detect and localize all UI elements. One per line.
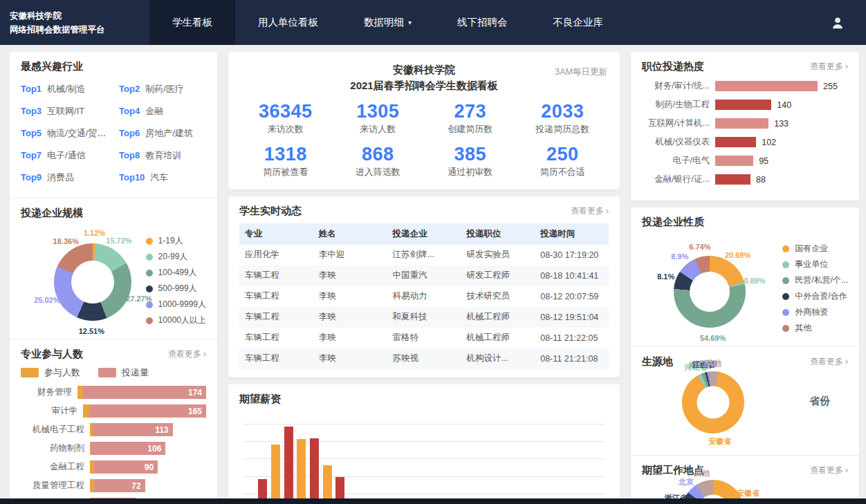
stat-label: 来访次数 xyxy=(239,123,332,136)
legend-item[interactable]: 1000-9999人 xyxy=(146,299,206,310)
tab-用人单位看板[interactable]: 用人单位看板 xyxy=(235,0,341,45)
major-participation-more-link[interactable]: 查看更多› xyxy=(168,348,206,360)
work-place-more-link[interactable]: 查看更多› xyxy=(810,465,848,476)
salary-histogram[interactable] xyxy=(243,424,605,504)
table-row[interactable]: 车辆工程李映中国重汽研发工程师08-18 10:41:41 xyxy=(239,265,609,286)
table-cell: 08-30 17:19:20 xyxy=(535,245,609,265)
table-cell: 李映 xyxy=(313,307,387,328)
major-participation-title: 专业参与人数 xyxy=(21,348,83,361)
legend-item[interactable]: 中外合资/合作 xyxy=(782,290,848,302)
tab-数据明细[interactable]: 数据明细▾ xyxy=(341,0,434,45)
legend-item[interactable]: 1-19人 xyxy=(146,235,206,247)
heat-bar-row[interactable]: 财务/审计/统...255 xyxy=(642,80,848,92)
section-company-nature: 投递企业性质 20.69%0.88%54.69%8.1%8.9%6.74%国有企… xyxy=(631,207,859,346)
heat-bar xyxy=(715,156,753,166)
position-heat-more-link[interactable]: 查看更多› xyxy=(810,61,848,73)
section-realtime: 学生实时动态 查看更多› 专业姓名投递企业投递职位投递时间应用化学李中迎江苏剑牌… xyxy=(228,196,620,377)
user-icon[interactable] xyxy=(830,0,866,45)
column-header: 投递职位 xyxy=(461,223,535,245)
bar-slot xyxy=(450,424,463,504)
column-header: 姓名 xyxy=(313,223,387,245)
company-scale-title: 投递企业规模 xyxy=(21,207,83,220)
tab-label: 不良企业库 xyxy=(553,16,604,29)
donut-hole xyxy=(71,261,114,304)
tab-学生看板[interactable]: 学生看板 xyxy=(149,0,235,45)
realtime-more-link[interactable]: 查看更多› xyxy=(571,205,609,217)
position-heat-chart[interactable]: 财务/审计/统...255制药/生物工程140互联网/计算机...133机械/仪… xyxy=(642,80,848,185)
stat-value: 385 xyxy=(424,144,517,165)
table-cell: 苏映视 xyxy=(387,348,461,369)
legend-item[interactable]: 民营/私营/个... xyxy=(782,274,848,286)
realtime-title: 学生实时动态 xyxy=(239,205,302,218)
heat-bar-row[interactable]: 金融/银行/证...88 xyxy=(642,174,848,185)
stat-value: 1318 xyxy=(239,144,332,165)
table-row[interactable]: 车辆工程李映雷格特机械工程师08-11 21:22:05 xyxy=(239,328,609,348)
slice-label: 27.27% xyxy=(126,295,151,303)
heat-bar-row[interactable]: 互联网/计算机...133 xyxy=(642,118,848,129)
chevron-right-icon: › xyxy=(606,206,609,216)
heat-label: 金融/银行/证... xyxy=(642,174,710,185)
section-position-heat: 职位投递热度 查看更多› 财务/审计/统...255制药/生物工程140互联网/… xyxy=(631,52,859,200)
legend-label: 民营/私营/个... xyxy=(795,274,848,286)
heat-label: 电子/电气 xyxy=(642,155,710,167)
table-cell: 李映 xyxy=(313,348,387,369)
legend-item[interactable]: 其他 xyxy=(782,322,848,334)
table-row[interactable]: 应用化学李中迎江苏剑牌...研发实验员08-30 17:19:20 xyxy=(239,245,609,265)
heat-bar-row[interactable]: 机械/仪器仪表102 xyxy=(642,136,848,148)
legend-item[interactable]: 20-99人 xyxy=(146,251,206,263)
major-bar-row[interactable]: 财务管理174 xyxy=(21,386,206,399)
table-cell: 08-12 19:51:04 xyxy=(535,307,609,328)
heat-bar-row[interactable]: 制药/生物工程140 xyxy=(642,99,848,111)
legend-item[interactable]: 500-999人 xyxy=(146,283,206,295)
chevron-right-icon: › xyxy=(845,465,848,475)
company-nature-donut[interactable]: 20.69%0.88%54.69%8.1%8.9%6.74% xyxy=(674,256,746,328)
table-cell: 车辆工程 xyxy=(239,265,313,286)
legend-item[interactable]: 事业单位 xyxy=(782,259,848,270)
stat-label: 进入筛选数 xyxy=(332,166,425,178)
slice-label: 54.69% xyxy=(700,334,726,342)
legend-item[interactable]: 10000人以上 xyxy=(146,315,206,326)
salary-bar xyxy=(284,427,293,504)
heat-label: 互联网/计算机... xyxy=(642,118,710,129)
origin-more-link[interactable]: 查看更多› xyxy=(810,356,848,368)
heat-bar-row[interactable]: 电子/电气95 xyxy=(642,155,848,167)
industry-name: 电子/通信 xyxy=(47,150,86,160)
major-participation-chart: 参与人数投递量财务管理174审计学165机械电子工程113药物制剂106金融工程… xyxy=(21,366,206,504)
table-cell: 和夏科技 xyxy=(387,307,461,328)
chevron-down-icon: ▾ xyxy=(408,19,412,26)
table-row[interactable]: 车辆工程李映科易动力技术研究员08-12 20:07:59 xyxy=(239,286,609,307)
legend-dot xyxy=(146,286,153,292)
tab-label: 线下招聘会 xyxy=(457,16,508,29)
column-header: 投递企业 xyxy=(387,223,461,245)
table-row[interactable]: 车辆工程李映苏映视机构设计...08-11 21:21:08 xyxy=(239,348,609,369)
legend-item[interactable]: 参与人数 xyxy=(21,366,80,379)
legend-item[interactable]: 100-499人 xyxy=(146,267,206,279)
legend-item[interactable]: 投递量 xyxy=(98,366,149,379)
industry-name: 消费品 xyxy=(47,172,74,183)
legend-dot xyxy=(782,261,789,268)
major-bar-row[interactable]: 药物制剂106 xyxy=(21,442,206,455)
bar-slot xyxy=(527,424,540,504)
tab-线下招聘会[interactable]: 线下招聘会 xyxy=(434,0,531,45)
legend-label: 外商独资 xyxy=(795,306,828,318)
slice-label: 25.02% xyxy=(34,296,59,304)
major-bar-row[interactable]: 机械电子工程113 xyxy=(21,423,206,436)
bar-slot xyxy=(501,424,515,504)
major-label: 药物制剂 xyxy=(21,442,84,454)
origin-donut[interactable]: 安徽省河北省湖南省江西省江苏省其他 xyxy=(682,371,744,433)
major-bar-row[interactable]: 质量管理工程72 xyxy=(21,479,206,492)
table-cell: 车辆工程 xyxy=(239,348,313,369)
major-bar-row[interactable]: 金融工程90 xyxy=(21,460,206,474)
major-label: 财务管理 xyxy=(21,386,72,398)
table-cell: 江苏剑牌... xyxy=(387,245,461,265)
tab-不良企业库[interactable]: 不良企业库 xyxy=(531,0,627,45)
brand-line1: 安徽科技学院 xyxy=(10,9,149,23)
table-cell: 科易动力 xyxy=(387,286,461,307)
table-row[interactable]: 车辆工程李映和夏科技机械工程师08-12 19:51:04 xyxy=(239,307,609,328)
legend-item[interactable]: 外商独资 xyxy=(782,306,848,318)
major-bar-row[interactable]: 审计学165 xyxy=(21,404,206,418)
table-body: 应用化学李中迎江苏剑牌...研发实验员08-30 17:19:20车辆工程李映中… xyxy=(239,245,609,369)
company-scale-donut[interactable]: 1.12%15.72%27.27%12.51%25.02%18.36% xyxy=(54,243,131,321)
stat-label: 投递简历总数 xyxy=(517,123,609,136)
legend-item[interactable]: 国有企业 xyxy=(782,243,848,254)
